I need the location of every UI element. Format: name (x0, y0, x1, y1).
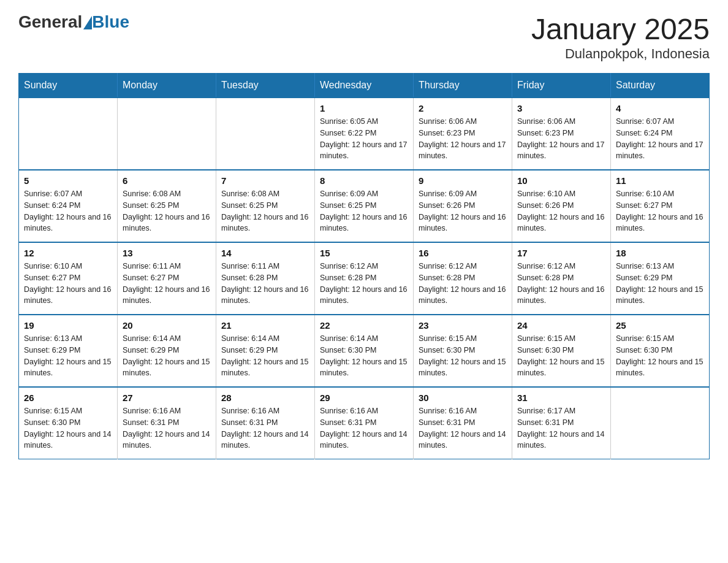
calendar-day-cell: 12Sunrise: 6:10 AM Sunset: 6:27 PM Dayli… (19, 242, 118, 315)
calendar-day-cell: 25Sunrise: 6:15 AM Sunset: 6:30 PM Dayli… (611, 315, 710, 387)
calendar-day-cell: 10Sunrise: 6:10 AM Sunset: 6:26 PM Dayli… (512, 170, 611, 242)
day-number: 20 (123, 320, 211, 331)
calendar-week-row: 19Sunrise: 6:13 AM Sunset: 6:29 PM Dayli… (19, 315, 710, 387)
day-number: 30 (419, 393, 507, 403)
calendar-week-row: 12Sunrise: 6:10 AM Sunset: 6:27 PM Dayli… (19, 242, 710, 315)
calendar-day-cell: 31Sunrise: 6:17 AM Sunset: 6:31 PM Dayli… (512, 387, 611, 459)
calendar-day-cell: 6Sunrise: 6:08 AM Sunset: 6:25 PM Daylig… (118, 170, 216, 242)
day-info: Sunrise: 6:13 AM Sunset: 6:29 PM Dayligh… (24, 333, 112, 379)
day-info: Sunrise: 6:15 AM Sunset: 6:30 PM Dayligh… (419, 333, 507, 379)
day-number: 18 (616, 248, 704, 258)
day-info: Sunrise: 6:10 AM Sunset: 6:27 PM Dayligh… (24, 261, 112, 307)
day-info: Sunrise: 6:16 AM Sunset: 6:31 PM Dayligh… (123, 405, 211, 451)
day-number: 15 (320, 248, 408, 258)
day-number: 8 (320, 175, 408, 186)
day-info: Sunrise: 6:08 AM Sunset: 6:25 PM Dayligh… (221, 188, 309, 234)
calendar-day-cell: 11Sunrise: 6:10 AM Sunset: 6:27 PM Dayli… (611, 170, 710, 242)
logo-blue-text: Blue (92, 12, 129, 32)
calendar-day-cell: 24Sunrise: 6:15 AM Sunset: 6:30 PM Dayli… (512, 315, 611, 387)
calendar-title: January 2025 (531, 12, 710, 46)
day-number: 25 (616, 320, 704, 331)
day-info: Sunrise: 6:15 AM Sunset: 6:30 PM Dayligh… (517, 333, 605, 379)
day-info: Sunrise: 6:06 AM Sunset: 6:23 PM Dayligh… (419, 116, 507, 162)
day-number: 19 (24, 320, 112, 331)
day-info: Sunrise: 6:15 AM Sunset: 6:30 PM Dayligh… (616, 333, 704, 379)
calendar-day-cell: 5Sunrise: 6:07 AM Sunset: 6:24 PM Daylig… (19, 170, 118, 242)
calendar-day-cell (611, 387, 710, 459)
logo: General Blue (18, 12, 129, 32)
calendar-day-cell: 22Sunrise: 6:14 AM Sunset: 6:30 PM Dayli… (315, 315, 414, 387)
day-info: Sunrise: 6:15 AM Sunset: 6:30 PM Dayligh… (24, 405, 112, 451)
page-header: General Blue January 2025 Dulanpokpok, I… (18, 12, 710, 62)
calendar-day-cell: 1Sunrise: 6:05 AM Sunset: 6:22 PM Daylig… (315, 98, 414, 170)
day-number: 28 (221, 393, 309, 403)
day-info: Sunrise: 6:08 AM Sunset: 6:25 PM Dayligh… (123, 188, 211, 234)
logo-triangle-icon (83, 16, 92, 29)
calendar-header-row: SundayMondayTuesdayWednesdayThursdayFrid… (19, 74, 710, 98)
calendar-day-cell: 9Sunrise: 6:09 AM Sunset: 6:26 PM Daylig… (414, 170, 512, 242)
calendar-day-header: Tuesday (216, 74, 315, 98)
day-info: Sunrise: 6:07 AM Sunset: 6:24 PM Dayligh… (24, 188, 112, 234)
day-info: Sunrise: 6:14 AM Sunset: 6:29 PM Dayligh… (221, 333, 309, 379)
day-number: 17 (517, 248, 605, 258)
calendar-day-cell: 8Sunrise: 6:09 AM Sunset: 6:25 PM Daylig… (315, 170, 414, 242)
day-number: 24 (517, 320, 605, 331)
calendar-day-cell (216, 98, 315, 170)
calendar-day-cell: 16Sunrise: 6:12 AM Sunset: 6:28 PM Dayli… (414, 242, 512, 315)
calendar-day-cell: 2Sunrise: 6:06 AM Sunset: 6:23 PM Daylig… (414, 98, 512, 170)
day-number: 26 (24, 393, 112, 403)
calendar-day-header: Sunday (19, 74, 118, 98)
calendar-day-header: Wednesday (315, 74, 414, 98)
day-number: 31 (517, 393, 605, 403)
day-info: Sunrise: 6:10 AM Sunset: 6:26 PM Dayligh… (517, 188, 605, 234)
day-info: Sunrise: 6:14 AM Sunset: 6:30 PM Dayligh… (320, 333, 408, 379)
day-info: Sunrise: 6:16 AM Sunset: 6:31 PM Dayligh… (221, 405, 309, 451)
day-number: 12 (24, 248, 112, 258)
calendar-day-cell: 30Sunrise: 6:16 AM Sunset: 6:31 PM Dayli… (414, 387, 512, 459)
calendar-day-cell: 18Sunrise: 6:13 AM Sunset: 6:29 PM Dayli… (611, 242, 710, 315)
calendar-day-cell (19, 98, 118, 170)
day-number: 6 (123, 175, 211, 186)
calendar-day-cell: 21Sunrise: 6:14 AM Sunset: 6:29 PM Dayli… (216, 315, 315, 387)
day-info: Sunrise: 6:16 AM Sunset: 6:31 PM Dayligh… (320, 405, 408, 451)
calendar-day-cell: 20Sunrise: 6:14 AM Sunset: 6:29 PM Dayli… (118, 315, 216, 387)
title-block: January 2025 Dulanpokpok, Indonesia (531, 12, 710, 62)
calendar-day-cell: 7Sunrise: 6:08 AM Sunset: 6:25 PM Daylig… (216, 170, 315, 242)
day-number: 7 (221, 175, 309, 186)
calendar-day-cell: 27Sunrise: 6:16 AM Sunset: 6:31 PM Dayli… (118, 387, 216, 459)
calendar-day-cell: 3Sunrise: 6:06 AM Sunset: 6:23 PM Daylig… (512, 98, 611, 170)
calendar-day-cell: 4Sunrise: 6:07 AM Sunset: 6:24 PM Daylig… (611, 98, 710, 170)
calendar-day-cell: 13Sunrise: 6:11 AM Sunset: 6:27 PM Dayli… (118, 242, 216, 315)
day-info: Sunrise: 6:09 AM Sunset: 6:25 PM Dayligh… (320, 188, 408, 234)
calendar-day-cell: 15Sunrise: 6:12 AM Sunset: 6:28 PM Dayli… (315, 242, 414, 315)
calendar-day-header: Thursday (414, 74, 512, 98)
day-number: 14 (221, 248, 309, 258)
calendar-week-row: 1Sunrise: 6:05 AM Sunset: 6:22 PM Daylig… (19, 98, 710, 170)
day-info: Sunrise: 6:12 AM Sunset: 6:28 PM Dayligh… (517, 261, 605, 307)
day-number: 13 (123, 248, 211, 258)
day-info: Sunrise: 6:17 AM Sunset: 6:31 PM Dayligh… (517, 405, 605, 451)
calendar-day-cell: 19Sunrise: 6:13 AM Sunset: 6:29 PM Dayli… (19, 315, 118, 387)
day-number: 22 (320, 320, 408, 331)
day-number: 4 (616, 103, 704, 113)
day-number: 9 (419, 175, 507, 186)
calendar-day-cell: 26Sunrise: 6:15 AM Sunset: 6:30 PM Dayli… (19, 387, 118, 459)
calendar-day-header: Monday (118, 74, 216, 98)
day-number: 29 (320, 393, 408, 403)
day-info: Sunrise: 6:06 AM Sunset: 6:23 PM Dayligh… (517, 116, 605, 162)
calendar-week-row: 5Sunrise: 6:07 AM Sunset: 6:24 PM Daylig… (19, 170, 710, 242)
day-number: 5 (24, 175, 112, 186)
day-number: 11 (616, 175, 704, 186)
day-info: Sunrise: 6:12 AM Sunset: 6:28 PM Dayligh… (419, 261, 507, 307)
calendar-day-cell: 17Sunrise: 6:12 AM Sunset: 6:28 PM Dayli… (512, 242, 611, 315)
calendar-table: SundayMondayTuesdayWednesdayThursdayFrid… (18, 73, 710, 459)
day-info: Sunrise: 6:11 AM Sunset: 6:28 PM Dayligh… (221, 261, 309, 307)
day-info: Sunrise: 6:09 AM Sunset: 6:26 PM Dayligh… (419, 188, 507, 234)
logo-general-text: General (18, 12, 82, 32)
day-info: Sunrise: 6:10 AM Sunset: 6:27 PM Dayligh… (616, 188, 704, 234)
calendar-day-cell: 28Sunrise: 6:16 AM Sunset: 6:31 PM Dayli… (216, 387, 315, 459)
day-number: 16 (419, 248, 507, 258)
day-info: Sunrise: 6:11 AM Sunset: 6:27 PM Dayligh… (123, 261, 211, 307)
day-info: Sunrise: 6:07 AM Sunset: 6:24 PM Dayligh… (616, 116, 704, 162)
day-info: Sunrise: 6:05 AM Sunset: 6:22 PM Dayligh… (320, 116, 408, 162)
